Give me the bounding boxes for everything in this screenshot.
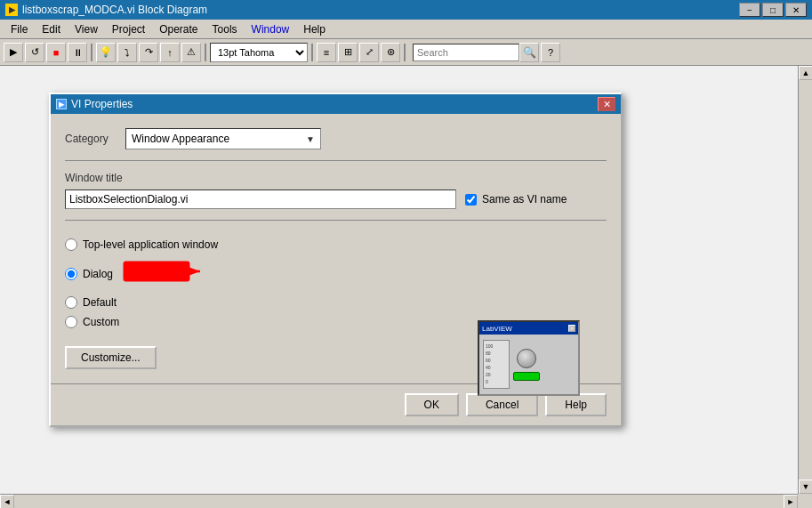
radio-dialog-input[interactable] xyxy=(65,268,77,280)
preview-title-text: LabVIEW xyxy=(482,325,512,333)
gauge-marks: 100 80 60 40 20 0 xyxy=(486,343,493,385)
separator-2 xyxy=(205,44,206,61)
search-input[interactable] xyxy=(413,44,519,61)
scroll-corner xyxy=(798,494,812,508)
search-button[interactable]: 🔍 xyxy=(519,43,539,62)
align-button[interactable]: ≡ xyxy=(317,43,336,62)
help-button[interactable]: Help xyxy=(545,393,607,416)
step-over-button[interactable]: ↷ xyxy=(139,43,158,62)
help-toolbar-button[interactable]: ? xyxy=(541,43,560,62)
minimize-button[interactable]: − xyxy=(739,3,760,17)
preview-gauge: 100 80 60 40 20 0 xyxy=(483,340,510,389)
preview-content: 100 80 60 40 20 0 xyxy=(479,335,578,394)
window-title: listboxscrap_MODCA.vi Block Diagram xyxy=(22,4,207,16)
pause-button[interactable]: ⏸ xyxy=(68,43,87,62)
preview-close-icon: ✕ xyxy=(568,325,575,332)
menu-window[interactable]: Window xyxy=(245,21,297,37)
scroll-up-arrow[interactable]: ▲ xyxy=(799,66,812,80)
app-icon: ▶ xyxy=(5,4,18,16)
svg-rect-1 xyxy=(124,262,189,281)
customize-button[interactable]: Customize... xyxy=(65,346,157,369)
category-label: Category xyxy=(65,133,118,145)
radio-custom: Custom xyxy=(65,316,218,328)
reorder-button[interactable]: ⊛ xyxy=(381,43,400,62)
radio-default-input[interactable] xyxy=(65,296,77,309)
run-continuously-button[interactable]: ↺ xyxy=(25,43,44,62)
dialog-title-text: VI Properties xyxy=(71,98,133,110)
menu-edit[interactable]: Edit xyxy=(35,21,68,37)
preview-box: LabVIEW ✕ 100 80 60 40 20 xyxy=(478,320,580,396)
window-title-section: Window title Same as VI name xyxy=(65,172,607,209)
ok-button[interactable]: OK xyxy=(405,393,459,416)
title-bar-controls: − □ ✕ xyxy=(739,3,807,17)
radio-custom-input[interactable] xyxy=(65,316,77,328)
main-area: ▲ ▼ ◄ ► ▶ VI Properties ✕ Category Windo… xyxy=(0,66,812,508)
preview-led xyxy=(513,372,540,381)
same-as-vi-name-checkbox[interactable] xyxy=(465,194,477,206)
same-as-vi-name-label: Same as VI name xyxy=(482,193,567,206)
step-into-button[interactable]: ⤵ xyxy=(117,43,137,62)
dialog-body: Category Window Appearance ▼ Window titl… xyxy=(51,114,621,383)
menu-project[interactable]: Project xyxy=(105,21,152,37)
scroll-right-arrow[interactable]: ► xyxy=(784,495,798,508)
horizontal-scrollbar[interactable]: ◄ ► xyxy=(0,494,798,508)
menu-bar: File Edit View Project Operate Tools Win… xyxy=(0,20,812,39)
title-bar: ▶ listboxscrap_MODCA.vi Block Diagram − … xyxy=(0,0,812,20)
radio-dialog: Dialog xyxy=(65,258,218,289)
separator-4 xyxy=(404,44,406,61)
preview-right-panel xyxy=(513,349,540,381)
menu-help[interactable]: Help xyxy=(296,21,333,37)
scroll-left-arrow[interactable]: ◄ xyxy=(0,495,14,508)
preview-title-bar: LabVIEW ✕ xyxy=(479,322,578,335)
category-row: Category Window Appearance ▼ xyxy=(65,128,607,149)
preview-knob xyxy=(517,349,536,368)
options-area: Top-level application window Dialog xyxy=(65,231,607,328)
close-button[interactable]: ✕ xyxy=(785,3,807,17)
dialog-close-button[interactable]: ✕ xyxy=(598,97,615,111)
menu-operate[interactable]: Operate xyxy=(152,21,205,37)
vertical-scrollbar[interactable]: ▲ ▼ xyxy=(798,66,812,494)
preview-controls: ✕ xyxy=(568,325,575,332)
separator-1 xyxy=(91,44,92,61)
dropdown-arrow-icon: ▼ xyxy=(306,134,315,144)
radio-default: Default xyxy=(65,296,218,309)
red-arrow-annotation xyxy=(122,258,202,289)
window-title-row: Same as VI name xyxy=(65,189,607,209)
run-button[interactable]: ▶ xyxy=(4,43,23,62)
menu-view[interactable]: View xyxy=(68,21,105,37)
radio-dialog-label: Dialog xyxy=(83,268,113,280)
abort-button[interactable]: ■ xyxy=(46,43,66,62)
menu-tools[interactable]: Tools xyxy=(205,21,245,37)
warn-button[interactable]: ⚠ xyxy=(181,43,201,62)
dialog-title-left: ▶ VI Properties xyxy=(56,98,133,110)
window-type-radio-group: Top-level application window Dialog xyxy=(65,238,218,328)
resize-button[interactable]: ⤢ xyxy=(359,43,379,62)
distribute-button[interactable]: ⊞ xyxy=(338,43,358,62)
radio-top-level-input[interactable] xyxy=(65,238,77,251)
cancel-button[interactable]: Cancel xyxy=(466,393,538,416)
font-dropdown[interactable]: 13pt Tahoma xyxy=(210,43,308,62)
separator-3 xyxy=(311,44,313,61)
category-value: Window Appearance xyxy=(132,133,229,145)
radio-default-label: Default xyxy=(83,296,117,309)
window-title-input[interactable] xyxy=(65,189,456,209)
maximize-button[interactable]: □ xyxy=(762,3,784,17)
vi-properties-dialog: ▶ VI Properties ✕ Category Window Appear… xyxy=(49,93,623,427)
radio-custom-label: Custom xyxy=(83,316,119,328)
scroll-down-arrow[interactable]: ▼ xyxy=(799,480,812,494)
category-dropdown[interactable]: Window Appearance ▼ xyxy=(125,128,321,149)
radio-top-level: Top-level application window xyxy=(65,238,218,251)
window-title-label: Window title xyxy=(65,172,607,184)
toolbar: ▶ ↺ ■ ⏸ 💡 ⤵ ↷ ↑ ⚠ 13pt Tahoma ≡ ⊞ ⤢ ⊛ 🔍 … xyxy=(0,39,812,66)
radio-top-level-label: Top-level application window xyxy=(83,238,218,251)
menu-file[interactable]: File xyxy=(4,21,35,37)
same-as-vi-name-row: Same as VI name xyxy=(465,193,567,206)
dialog-icon: ▶ xyxy=(56,99,67,109)
step-out-button[interactable]: ↑ xyxy=(160,43,180,62)
highlight-button[interactable]: 💡 xyxy=(96,43,116,62)
dialog-title-bar: ▶ VI Properties ✕ xyxy=(51,94,621,114)
divider-2 xyxy=(65,220,607,221)
search-box: 🔍 xyxy=(413,43,539,62)
divider-1 xyxy=(65,160,607,161)
